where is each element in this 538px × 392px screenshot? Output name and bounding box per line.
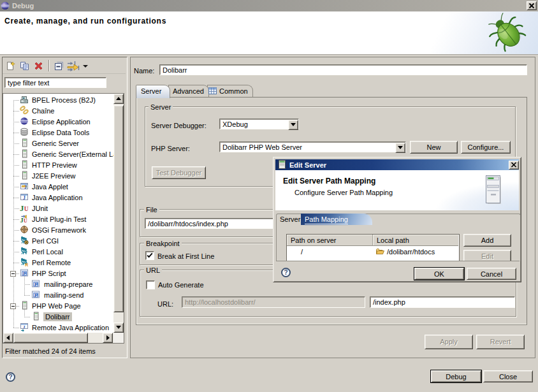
svg-text:U: U [24, 206, 29, 212]
svg-text:J: J [20, 217, 24, 223]
svg-text:J: J [23, 324, 25, 330]
svg-text:J: J [24, 184, 27, 190]
svg-text:U: U [24, 218, 27, 223]
svg-text:R: R [25, 263, 28, 267]
svg-text:J: J [23, 195, 25, 201]
